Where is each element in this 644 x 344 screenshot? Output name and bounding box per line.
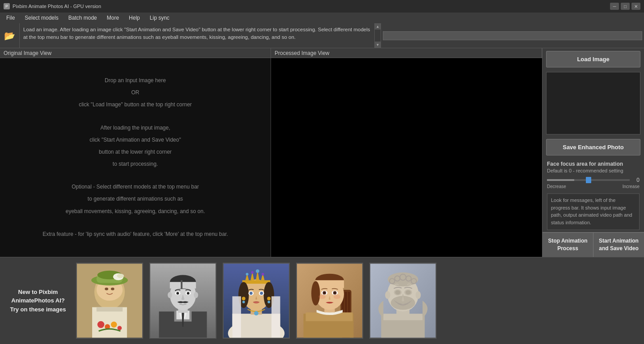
scroll-up-arrow[interactable]: ▲ [375,23,381,29]
minimize-button[interactable]: ─ [610,3,619,10]
svg-point-29 [168,292,172,298]
svg-rect-27 [170,282,196,289]
load-image-button[interactable]: Load Image [546,51,640,67]
svg-point-60 [267,297,271,300]
top-bar: 📂 Load an image. After loading an image … [0,23,644,48]
new-user-text: New to Pixbim AnimatePhotos AI? Try on t… [9,288,67,314]
image-preview-area [546,72,640,134]
thumbnail-1[interactable] [76,263,143,339]
svg-point-100 [406,290,411,295]
app-title: Pixbim Animate Photos AI - GPU version [13,4,101,9]
svg-rect-73 [315,280,344,288]
slider-labels: Decrease Increase [547,184,640,189]
face-focus-title: Face focus area for animation [547,161,640,167]
svg-rect-28 [181,280,182,289]
svg-point-30 [194,292,198,298]
svg-point-9 [111,288,114,290]
slider-min-label: Decrease [547,184,566,189]
face-focus-section: Face focus area for animation Default is… [542,158,644,192]
anim-line-4: to start processing. [113,160,158,168]
svg-point-12 [97,321,105,328]
instruction-text: Load an image. After loading an image cl… [20,23,374,48]
menu-help[interactable]: Help [124,14,144,22]
text-scrollbar[interactable]: ▲ ▼ [374,23,381,48]
processed-view-label: Processed Image View [271,48,542,58]
main-container: 📂 Load an image. After loading an image … [0,23,644,344]
svg-point-32 [176,292,179,295]
anim-line-1: After loading the input image, [100,124,170,132]
menu-batch-mode[interactable]: Batch mode [64,14,102,22]
svg-rect-53 [271,296,280,337]
viewer-area: Original Image View Processed Image View… [0,48,542,257]
thumbnail-2-image [150,264,216,338]
drop-instructions: Drop an Input Image here OR click "Load … [42,76,228,239]
thumbnail-4[interactable] [296,263,363,339]
title-bar: P Pixbim Animate Photos AI - GPU version… [0,0,644,13]
svg-rect-10 [92,307,127,338]
scroll-thumb[interactable] [375,29,381,42]
menu-bar: File Select models Batch mode More Help … [0,13,644,23]
thumbnail-5-image [370,264,436,338]
menu-lip-sync[interactable]: Lip sync [145,14,174,22]
stop-animation-button[interactable]: Stop Animation Process [542,232,593,257]
svg-point-59 [242,301,245,303]
thumbnails-row [76,263,436,339]
svg-point-61 [267,301,270,303]
slider-value-display: 0 [631,177,640,183]
svg-point-96 [415,291,421,299]
svg-point-62 [254,311,258,315]
svg-point-95 [385,291,390,299]
anim-line-2: click "Start Animation and Save Video" [89,136,181,144]
save-enhanced-photo-button[interactable]: Save Enhanced Photo [546,139,640,155]
svg-point-49 [262,273,264,276]
original-image-panel[interactable]: Drop an Input Image here OR click "Load … [0,58,271,257]
opt-line-3: eyeball movements, kissing, agreeing, da… [66,207,205,216]
original-view-label: Original Image View [0,48,271,58]
face-focus-slider[interactable] [547,179,630,181]
opt-line-1: Optional - Select different models at th… [72,183,199,191]
thumbnail-5[interactable] [369,263,436,339]
thumbnail-1-image [77,264,142,338]
drop-line-1: Drop an Input Image here [105,76,166,85]
progress-area [381,23,644,48]
drop-line-2: click "Load Image" button at the top rig… [79,101,192,109]
image-panels: Drop an Input Image here OR click "Load … [0,58,542,257]
bottom-buttons: Stop Animation Process Start Animation a… [542,232,644,257]
window-controls: ─ □ ✕ [610,3,640,10]
extra-line: Extra feature - for 'lip sync with audio… [42,230,228,239]
svg-point-80 [334,292,335,294]
progress-bar [383,31,642,40]
drop-line-or: OR [131,88,139,97]
svg-point-74 [311,281,320,306]
face-focus-subtitle: Default is 0 - recommended setting [547,168,640,173]
svg-rect-41 [242,280,270,284]
thumbnail-3[interactable] [223,263,290,339]
svg-point-81 [319,294,326,299]
menu-file[interactable]: File [2,14,19,22]
thumbnail-3-image [224,264,289,338]
folder-button[interactable]: 📂 [0,23,20,48]
close-button[interactable]: ✕ [631,3,640,10]
maximize-button[interactable]: □ [621,3,630,10]
slider-row: 0 [547,177,640,183]
thumbnail-2[interactable] [149,263,216,339]
right-sidebar: Load Image Save Enhanced Photo Face focu… [542,48,644,257]
svg-point-47 [251,271,254,274]
content-area: Original Image View Processed Image View… [0,48,644,257]
processed-image-panel [271,58,542,257]
instruction-area: Load an image. After loading an image cl… [20,23,374,48]
info-text-area: Look for messages, left of the progress … [547,193,640,230]
view-labels: Original Image View Processed Image View [0,48,542,58]
svg-point-8 [105,288,108,290]
menu-more[interactable]: More [102,14,123,22]
svg-rect-11 [97,307,123,312]
start-animation-button[interactable]: Start Animation and Save Video [593,232,644,257]
svg-point-46 [246,273,249,276]
svg-point-48 [256,269,259,273]
scroll-down-arrow[interactable]: ▼ [375,42,381,48]
svg-point-58 [242,297,246,300]
svg-point-14 [111,322,117,328]
svg-point-34 [187,292,190,295]
menu-select-models[interactable]: Select models [20,14,63,22]
svg-point-57 [260,292,263,295]
